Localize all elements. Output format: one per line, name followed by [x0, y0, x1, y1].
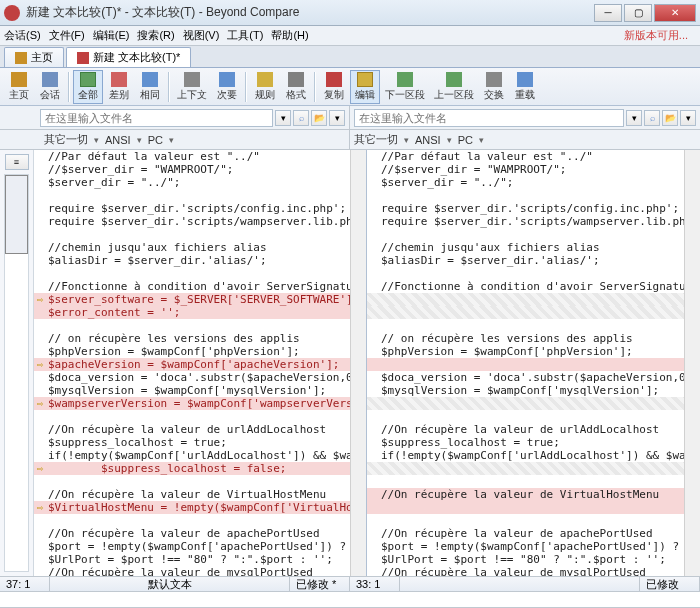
code-line[interactable]: require $server_dir.'scripts/wampserver.… — [367, 215, 700, 228]
code-line[interactable] — [367, 228, 700, 241]
left-pane[interactable]: //Par défaut la valeur est "../"//$serve… — [34, 150, 367, 576]
tab-compare[interactable]: 新建 文本比较(T)* — [66, 47, 191, 67]
thumbnail-view[interactable] — [4, 174, 29, 572]
code-line[interactable]: $UrlPort = $port !== "80" ? ":".$port : … — [34, 553, 366, 566]
code-line[interactable] — [34, 475, 366, 488]
code-line[interactable]: $mysqlVersion = $wampConf['mysqlVersion'… — [367, 384, 700, 397]
tb-same[interactable]: 相同 — [135, 70, 165, 104]
tb-all[interactable]: 全部 — [73, 70, 103, 104]
code-line[interactable]: $server_dir = "../"; — [367, 176, 700, 189]
code-line[interactable]: $server_dir = "../"; — [34, 176, 366, 189]
code-line[interactable] — [367, 501, 700, 514]
code-line[interactable] — [367, 306, 700, 319]
code-line[interactable]: //On récupère la valeur de mysqlPortUsed — [367, 566, 700, 576]
code-line[interactable] — [34, 410, 366, 423]
right-open-button[interactable]: 📂 — [662, 110, 678, 126]
left-explore-button[interactable]: ⌕ — [293, 110, 309, 126]
code-line[interactable]: $UrlPort = $port !== "80" ? ":".$port : … — [367, 553, 700, 566]
ruler-toggle[interactable]: ≡ — [5, 154, 29, 170]
code-line[interactable] — [367, 267, 700, 280]
code-line[interactable]: //$server_dir = "WAMPROOT/"; — [367, 163, 700, 176]
code-line[interactable]: //chemin jusqu'aux fichiers alias — [34, 241, 366, 254]
code-line[interactable]: //On récupère la valeur de urlAddLocalho… — [34, 423, 366, 436]
code-line[interactable]: // on récupère les versions des applis — [367, 332, 700, 345]
code-line[interactable]: $mysqlVersion = $wampConf['mysqlVersion'… — [34, 384, 366, 397]
code-line[interactable] — [367, 410, 700, 423]
code-line[interactable]: ⇨$apacheVersion = $wampConf['apacheVersi… — [34, 358, 366, 371]
code-line[interactable]: $aliasDir = $server_dir.'alias/'; — [367, 254, 700, 267]
code-line[interactable] — [34, 228, 366, 241]
code-line[interactable]: ⇨$wampserverVersion = $wampConf['wampser… — [34, 397, 366, 410]
code-line[interactable]: $doca_version = 'doca'.substr($apacheVer… — [34, 371, 366, 384]
code-line[interactable]: //Par défaut la valeur est "../" — [367, 150, 700, 163]
code-line[interactable]: //Fonctionne à condition d'avoir ServerS… — [367, 280, 700, 293]
code-line[interactable] — [367, 189, 700, 202]
menu-file[interactable]: 文件(F) — [49, 28, 85, 43]
code-line[interactable]: $aliasDir = $server_dir.'alias/'; — [34, 254, 366, 267]
tb-context[interactable]: 上下文 — [173, 70, 211, 104]
tb-reload[interactable]: 重载 — [510, 70, 540, 104]
code-line[interactable] — [34, 514, 366, 527]
code-line[interactable]: //On récupère la valeur de apachePortUse… — [34, 527, 366, 540]
code-line[interactable]: //Fonctionne à condition d'avoir ServerS… — [34, 280, 366, 293]
left-open-dd[interactable]: ▾ — [329, 110, 345, 126]
tb-home[interactable]: 主页 — [4, 70, 34, 104]
tb-rules[interactable]: 规则 — [250, 70, 280, 104]
code-line[interactable]: //Par défaut la valeur est "../" — [34, 150, 366, 163]
left-path-dropdown[interactable]: ▾ — [275, 110, 291, 126]
menu-search[interactable]: 搜索(R) — [137, 28, 174, 43]
code-line[interactable]: //$server_dir = "WAMPROOT/"; — [34, 163, 366, 176]
thumbnail-ruler[interactable]: ≡ — [0, 150, 34, 576]
right-vscroll[interactable] — [684, 150, 700, 576]
left-encoding[interactable]: ANSI — [105, 134, 131, 146]
tb-swap[interactable]: 交换 — [479, 70, 509, 104]
left-lineending[interactable]: PC — [148, 134, 163, 146]
code-line[interactable] — [367, 358, 700, 371]
tab-home[interactable]: 主页 — [4, 47, 64, 67]
code-line[interactable]: $suppress_localhost = true; — [34, 436, 366, 449]
code-line[interactable]: $doca_version = 'doca'.substr($apacheVer… — [367, 371, 700, 384]
menu-session[interactable]: 会话(S) — [4, 28, 41, 43]
right-explore-button[interactable]: ⌕ — [644, 110, 660, 126]
tb-next[interactable]: 次要 — [212, 70, 242, 104]
right-filter-label[interactable]: 其它一切 — [354, 132, 398, 147]
code-line[interactable]: if(!empty($wampConf['urlAddLocalhost']) … — [34, 449, 366, 462]
menu-tools[interactable]: 工具(T) — [227, 28, 263, 43]
code-line[interactable]: ⇨$VirtualHostMenu = !empty($wampConf['Vi… — [34, 501, 366, 514]
code-line[interactable] — [367, 514, 700, 527]
tb-copy[interactable]: 复制 — [319, 70, 349, 104]
code-line[interactable]: //On récupère la valeur de VirtualHostMe… — [34, 488, 366, 501]
code-line[interactable] — [367, 462, 700, 475]
tb-sessions[interactable]: 会话 — [35, 70, 65, 104]
code-line[interactable]: if(!empty($wampConf['urlAddLocalhost']) … — [367, 449, 700, 462]
code-line[interactable]: //On récupère la valeur de VirtualHostMe… — [367, 488, 700, 501]
right-encoding[interactable]: ANSI — [415, 134, 441, 146]
code-line[interactable] — [367, 319, 700, 332]
code-line[interactable] — [367, 475, 700, 488]
tb-nextdiff[interactable]: 下一区段 — [381, 70, 429, 104]
code-line[interactable]: require $server_dir.'scripts/wampserver.… — [34, 215, 366, 228]
code-line[interactable]: $port = !empty($wampConf['apachePortUsed… — [34, 540, 366, 553]
code-line[interactable]: // on récupère les versions des applis — [34, 332, 366, 345]
code-line[interactable] — [34, 189, 366, 202]
right-path-dropdown[interactable]: ▾ — [626, 110, 642, 126]
code-line[interactable] — [34, 319, 366, 332]
code-line[interactable]: ⇨ $suppress_localhost = false; — [34, 462, 366, 475]
left-path-input[interactable] — [40, 109, 273, 127]
code-line[interactable]: require $server_dir.'scripts/config.inc.… — [34, 202, 366, 215]
maximize-button[interactable]: ▢ — [624, 4, 652, 22]
menu-view[interactable]: 视图(V) — [183, 28, 220, 43]
close-button[interactable]: ✕ — [654, 4, 696, 22]
code-line[interactable]: require $server_dir.'scripts/config.inc.… — [367, 202, 700, 215]
code-line[interactable]: $error_content = ''; — [34, 306, 366, 319]
code-line[interactable]: $phpVersion = $wampConf['phpVersion']; — [367, 345, 700, 358]
code-line[interactable] — [367, 397, 700, 410]
update-notice[interactable]: 新版本可用... — [624, 28, 688, 43]
tb-edit[interactable]: 编辑 — [350, 70, 380, 104]
code-line[interactable]: $port = !empty($wampConf['apachePortUsed… — [367, 540, 700, 553]
code-line[interactable]: //On récupère la valeur de urlAddLocalho… — [367, 423, 700, 436]
code-line[interactable]: $phpVersion = $wampConf['phpVersion']; — [34, 345, 366, 358]
left-vscroll[interactable] — [350, 150, 366, 576]
code-line[interactable]: //On récupère la valeur de apachePortUse… — [367, 527, 700, 540]
code-line[interactable]: //chemin jusqu'aux fichiers alias — [367, 241, 700, 254]
